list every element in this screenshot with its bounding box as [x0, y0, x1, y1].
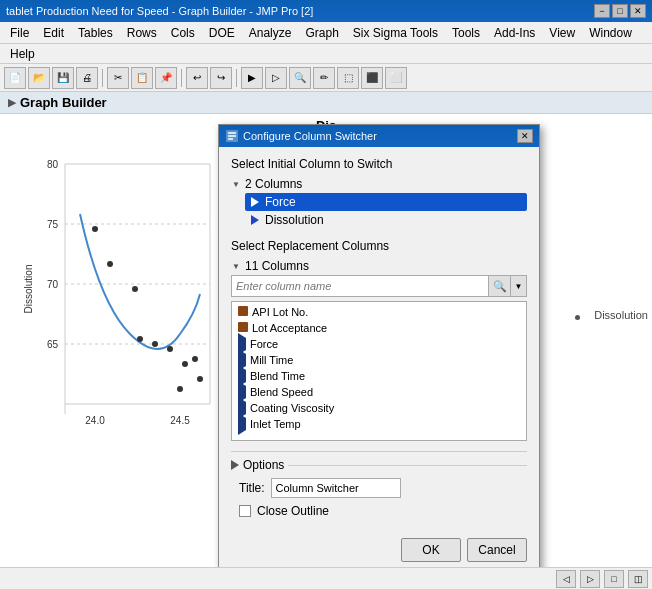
title-field-label: Title:	[239, 481, 265, 495]
toolbar-align2[interactable]: ⬜	[385, 67, 407, 89]
search-dropdown-button[interactable]: ▼	[511, 275, 527, 297]
toolbar-pencil[interactable]: ✏	[313, 67, 335, 89]
svg-point-23	[197, 376, 203, 382]
force-label: Force	[265, 195, 296, 209]
graph-svg: 80 75 70 65 24.0 24.5 Dissolution	[20, 134, 240, 474]
list-item-blend-speed[interactable]: Blend Speed	[234, 384, 524, 400]
svg-text:24.0: 24.0	[85, 415, 105, 426]
list-item-blend-time[interactable]: Blend Time	[234, 368, 524, 384]
menu-tables[interactable]: Tables	[72, 24, 119, 42]
menu-addins[interactable]: Add-Ins	[488, 24, 541, 42]
configure-dialog: Configure Column Switcher ✕ Select Initi…	[218, 124, 540, 573]
svg-text:80: 80	[47, 159, 59, 170]
graph-title-bar: ▶ Graph Builder	[0, 92, 652, 114]
status-btn-3[interactable]: □	[604, 570, 624, 588]
dialog-body: Select Initial Column to Switch ▼ 2 Colu…	[219, 147, 539, 532]
svg-point-16	[132, 286, 138, 292]
toolbar-zoom[interactable]: 🔍	[289, 67, 311, 89]
initial-column-label: Select Initial Column to Switch	[231, 157, 527, 171]
toolbar-script2[interactable]: ▷	[265, 67, 287, 89]
options-toggle-icon[interactable]	[231, 460, 239, 470]
svg-text:70: 70	[47, 279, 59, 290]
list-item-inlet[interactable]: Inlet Temp	[234, 416, 524, 432]
two-columns-toggle[interactable]: ▼	[231, 179, 241, 189]
svg-text:75: 75	[47, 219, 59, 230]
toolbar-select[interactable]: ⬚	[337, 67, 359, 89]
menu-rows[interactable]: Rows	[121, 24, 163, 42]
toolbar-print[interactable]: 🖨	[76, 67, 98, 89]
menu-graph[interactable]: Graph	[299, 24, 344, 42]
column-search-input[interactable]	[231, 275, 489, 297]
maximize-button[interactable]: □	[612, 4, 628, 18]
window-title: tablet Production Need for Speed - Graph…	[6, 5, 594, 17]
two-columns-label: 2 Columns	[245, 177, 302, 191]
svg-point-22	[177, 386, 183, 392]
menu-cols[interactable]: Cols	[165, 24, 201, 42]
menu-doe[interactable]: DOE	[203, 24, 241, 42]
list-item-force[interactable]: Force	[234, 336, 524, 352]
svg-point-19	[167, 346, 173, 352]
status-btn-2[interactable]: ▷	[580, 570, 600, 588]
toolbar-save[interactable]: 💾	[52, 67, 74, 89]
toolbar-cut[interactable]: ✂	[107, 67, 129, 89]
status-btn-1[interactable]: ◁	[556, 570, 576, 588]
svg-text:Dissolution: Dissolution	[23, 265, 34, 314]
replacement-column-list[interactable]: API Lot No. Lot Acceptance Force	[231, 301, 527, 441]
list-item-coating[interactable]: Coating Viscosity	[234, 400, 524, 416]
toolbar-paste[interactable]: 📌	[155, 67, 177, 89]
initial-item-dissolution[interactable]: Dissolution	[245, 211, 527, 229]
cancel-button[interactable]: Cancel	[467, 538, 527, 562]
initial-column-items: Force Dissolution	[245, 193, 527, 229]
dialog-icon	[225, 129, 239, 143]
svg-point-21	[192, 356, 198, 362]
close-outline-checkbox[interactable]	[239, 505, 251, 517]
toolbar-redo[interactable]: ↪	[210, 67, 232, 89]
menu-edit[interactable]: Edit	[37, 24, 70, 42]
svg-point-15	[107, 261, 113, 267]
minimize-button[interactable]: −	[594, 4, 610, 18]
title-row: Title:	[231, 478, 527, 498]
toolbar-open[interactable]: 📂	[28, 67, 50, 89]
search-button[interactable]: 🔍	[489, 275, 511, 297]
menu-window[interactable]: Window	[583, 24, 638, 42]
toolbar-undo[interactable]: ↩	[186, 67, 208, 89]
status-bar: ◁ ▷ □ ◫	[0, 567, 652, 589]
list-item-lot[interactable]: Lot Acceptance	[234, 320, 524, 336]
close-button[interactable]: ✕	[630, 4, 646, 18]
graph-builder-title: Graph Builder	[20, 95, 107, 110]
dialog-close-button[interactable]: ✕	[517, 129, 533, 143]
toolbar-script[interactable]: ▶	[241, 67, 263, 89]
title-bar: tablet Production Need for Speed - Graph…	[0, 0, 652, 22]
eleven-columns-header: ▼ 11 Columns	[231, 259, 527, 273]
toolbar-copy[interactable]: 📋	[131, 67, 153, 89]
menu-file[interactable]: File	[4, 24, 35, 42]
dissolution-label: Dissolution	[265, 213, 324, 227]
ok-button[interactable]: OK	[401, 538, 461, 562]
menu-view[interactable]: View	[543, 24, 581, 42]
toolbar-sep3	[236, 69, 237, 87]
toolbar-sep2	[181, 69, 182, 87]
title-input[interactable]	[271, 478, 401, 498]
list-item-api[interactable]: API Lot No.	[234, 304, 524, 320]
eleven-columns-toggle[interactable]: ▼	[231, 261, 241, 271]
force-icon	[249, 196, 261, 208]
list-item-mill[interactable]: Mill Time	[234, 352, 524, 368]
toolbar-align[interactable]: ⬛	[361, 67, 383, 89]
menu-help[interactable]: Help	[4, 45, 41, 63]
menu-sixsigma[interactable]: Six Sigma Tools	[347, 24, 444, 42]
menu-analyze[interactable]: Analyze	[243, 24, 298, 42]
help-bar: Help	[0, 44, 652, 64]
menu-tools[interactable]: Tools	[446, 24, 486, 42]
blend-time-label: Blend Time	[250, 370, 305, 382]
force-list-label: Force	[250, 338, 278, 350]
title-bar-controls: − □ ✕	[594, 4, 646, 18]
dialog-footer: OK Cancel	[219, 532, 539, 572]
initial-item-force[interactable]: Force	[245, 193, 527, 211]
svg-text:65: 65	[47, 339, 59, 350]
menu-bar: File Edit Tables Rows Cols DOE Analyze G…	[0, 22, 652, 44]
blend-speed-label: Blend Speed	[250, 386, 313, 398]
status-btn-4[interactable]: ◫	[628, 570, 648, 588]
toolbar-sep1	[102, 69, 103, 87]
toolbar-new[interactable]: 📄	[4, 67, 26, 89]
dissolution-icon	[249, 214, 261, 226]
